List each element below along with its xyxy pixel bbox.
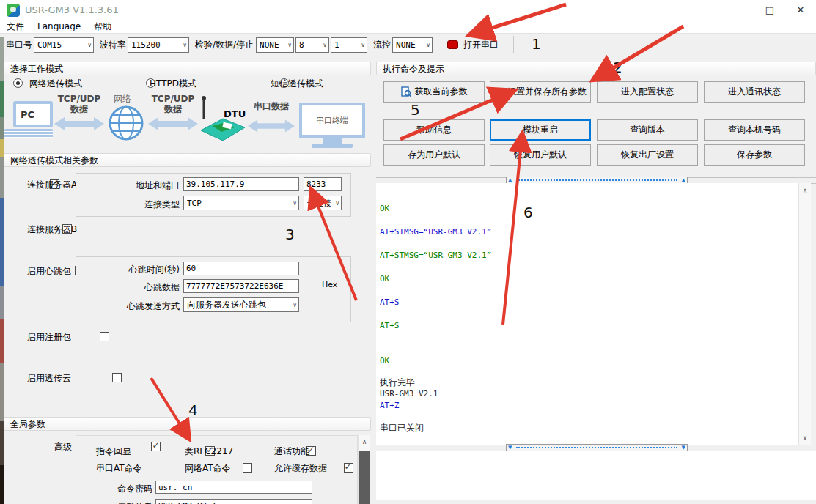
dtu-icon <box>196 95 248 147</box>
log-line: AT+STMSG=“USR-GM3 V2.1” <box>380 227 491 237</box>
hex-label: Hex <box>322 280 337 289</box>
menu-file[interactable]: 文件 <box>0 21 31 33</box>
link1-label: TCP/UDP数据 <box>53 94 106 114</box>
radio-sms-label[interactable]: 短信透传模式 <box>271 78 323 90</box>
triangle-down-icon: ▼ <box>680 445 687 451</box>
baud-rate-select[interactable]: 115200∨ <box>128 37 189 53</box>
send-input-area[interactable] <box>376 451 816 500</box>
chevron-down-icon: ∨ <box>335 200 339 207</box>
server-b-label: 连接服务器B <box>27 223 77 236</box>
flow-control-select[interactable]: NONE∨ <box>392 37 433 53</box>
query-number-button[interactable]: 查询本机号码 <box>704 119 805 141</box>
server-a-address-input[interactable]: 39.105.117.9 <box>183 177 299 191</box>
double-arrow-icon <box>54 117 104 130</box>
log-line: AT+S <box>380 297 400 307</box>
module-restart-button[interactable]: 模块重启 <box>490 119 591 141</box>
com-port-select[interactable]: COM15∨ <box>34 37 94 53</box>
log-line: AT+Z <box>380 401 400 410</box>
toolbar-separator <box>513 36 514 53</box>
scrollbar-thumb[interactable] <box>359 451 370 504</box>
save-params-button[interactable]: 保存参数 <box>704 144 805 166</box>
heartbeat-label: 启用心跳包 <box>27 265 71 278</box>
double-arrow-icon <box>148 117 198 130</box>
log-bottom-splitter[interactable]: ▼ ▼ <box>376 445 816 451</box>
addr-port-label: 地址和端口 <box>88 179 180 192</box>
log-line: USR-GM3 V2.1 <box>380 389 438 399</box>
register-checkbox[interactable] <box>100 332 109 341</box>
triangle-up-icon: ▲ <box>680 178 687 183</box>
triangle-up-icon: ▲ <box>507 178 513 183</box>
splitter-dots <box>516 447 677 448</box>
heartbeat-time-input[interactable]: 60 <box>183 262 299 275</box>
app-icon <box>7 4 20 17</box>
scroll-up-icon[interactable]: ∧ <box>799 187 811 194</box>
net-at-label: 网络AT命令 <box>185 462 231 475</box>
set-save-all-params-button[interactable]: 设置并保存所有参数 <box>490 81 591 103</box>
serial-toolbar: 串口号 COM15∨ 波特率 115200∨ 检验/数据/停止 NONE∨ 8∨… <box>0 33 816 56</box>
log-line: OK <box>380 204 389 213</box>
get-params-button[interactable]: 获取当前参数 <box>383 81 485 103</box>
title-bar: USR-GM3 V1.1.3.61 ─ □ ✕ <box>0 0 816 21</box>
red-record-icon <box>447 40 458 49</box>
menu-help[interactable]: 帮助 <box>87 21 118 33</box>
cmd-password-input[interactable]: usr. cn <box>155 481 312 494</box>
splitter-handle[interactable]: ▼ ▼ <box>506 444 688 451</box>
menu-bar: 文件 Language 帮助 <box>0 21 816 33</box>
heartbeat-time-label: 心跳时间(秒) <box>88 264 180 276</box>
restore-factory-button[interactable]: 恢复出厂设置 <box>597 144 698 166</box>
radio-net-transparent-mode[interactable] <box>13 78 23 88</box>
conn-type-select[interactable]: TCP ∨ <box>183 196 299 210</box>
query-version-button[interactable]: 查询版本 <box>597 119 698 141</box>
global-params-header: 全局参数 <box>4 417 371 431</box>
annotation-number-2: 2 <box>613 59 622 76</box>
conn-type-label: 连接类型 <box>117 199 180 211</box>
log-scrollbar[interactable]: ∧ ∨ <box>798 183 811 445</box>
baud-rate-label: 波特率 <box>100 39 126 51</box>
restore-user-default-button[interactable]: 恢复用户默认 <box>490 144 591 166</box>
advanced-label: 高级 <box>54 441 72 453</box>
help-info-button[interactable]: 帮助信息 <box>383 119 485 141</box>
enter-config-state-button[interactable]: 进入配置状态 <box>597 81 698 103</box>
annotation-number-5: 5 <box>411 101 420 119</box>
heartbeat-mode-select[interactable]: 向服务器发送心跳包 ∨ <box>183 297 299 312</box>
chevron-down-icon: ∨ <box>361 42 365 48</box>
net-at-checkbox[interactable] <box>344 463 353 472</box>
log-line: OK <box>380 356 389 366</box>
maximize-button[interactable]: □ <box>754 0 785 21</box>
radio-httpd-label[interactable]: HTTPD模式 <box>150 78 196 90</box>
scroll-up-icon[interactable]: ∧ <box>359 438 370 445</box>
stop-bits-select[interactable]: 1∨ <box>331 37 367 53</box>
triangle-down-icon: ▼ <box>507 445 513 451</box>
heartbeat-data-input[interactable]: 7777772E7573722E636E <box>183 279 299 293</box>
link2-label: TCP/UDP数据 <box>147 94 199 114</box>
annotation-number-1: 1 <box>532 35 541 53</box>
startup-info-input[interactable]: USR-GM3 V2.1 <box>155 499 312 504</box>
enter-comm-state-button[interactable]: 进入通讯状态 <box>704 81 805 103</box>
startup-info-label: 启动信息 <box>94 501 152 504</box>
log-line: 串口已关闭 <box>380 422 424 434</box>
cmd-echo-label: 指令回显 <box>96 445 131 458</box>
scroll-down-icon[interactable]: ∨ <box>799 434 811 441</box>
cloud-checkbox[interactable] <box>112 373 122 382</box>
globe-icon <box>108 105 144 141</box>
annotation-number-4: 4 <box>188 401 198 419</box>
open-serial-button[interactable]: 打开串口 <box>443 37 503 53</box>
chevron-down-icon: ∨ <box>323 42 327 48</box>
radio-net-transparent-label[interactable]: 网络透传模式 <box>29 78 82 90</box>
cloud-label: 启用透传云 <box>27 372 71 385</box>
conn-keep-select[interactable]: 长连接 ∨ <box>304 196 342 210</box>
log-line: AT+STMSG=“USR-GM3 V2.1” <box>380 251 491 260</box>
server-a-port-input[interactable]: 8233 <box>304 177 342 191</box>
advanced-scrollbar[interactable]: ∧ <box>358 435 370 504</box>
doc-search-icon <box>401 86 411 97</box>
close-button[interactable]: ✕ <box>785 0 816 21</box>
parity-select[interactable]: NONE∨ <box>256 37 294 53</box>
save-user-default-button[interactable]: 存为用户默认 <box>383 144 485 166</box>
serial-at-checkbox[interactable] <box>243 463 252 472</box>
minimize-button[interactable]: ─ <box>724 0 754 21</box>
log-output-area[interactable]: OK AT+STMSG=“USR-GM3 V2.1” AT+STMSG=“USR… <box>376 183 798 445</box>
menu-language[interactable]: Language <box>31 21 87 33</box>
data-bits-select[interactable]: 8∨ <box>295 37 329 53</box>
chevron-down-icon: ∨ <box>183 42 187 48</box>
heartbeat-mode-label: 心跳发送方式 <box>103 300 180 313</box>
